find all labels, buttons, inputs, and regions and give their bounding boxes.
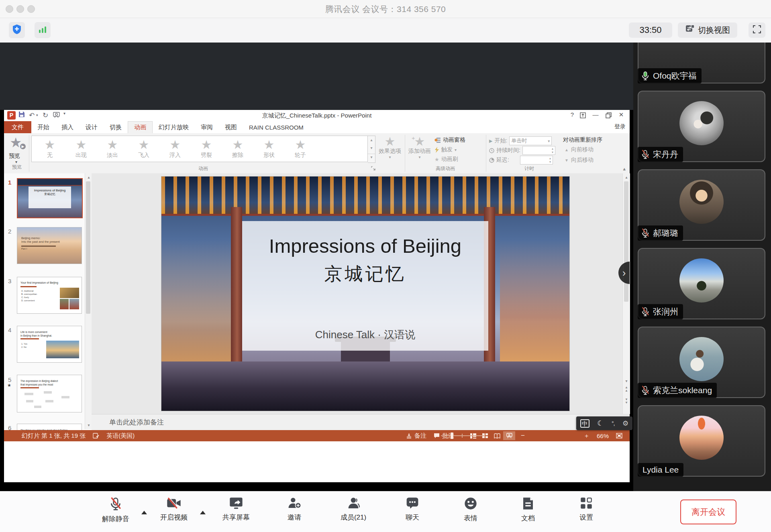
previous-slide-button[interactable]: ▲▲ <box>623 386 630 392</box>
audio-options-arrow[interactable] <box>141 511 147 514</box>
delay-spinner[interactable]: ▴▾ <box>520 156 553 164</box>
ime-mode-chinese[interactable]: 中 <box>580 419 589 428</box>
members-button[interactable]: 成员(21) <box>329 497 377 522</box>
switch-view-button[interactable]: 切换视图 <box>678 22 737 38</box>
animation-pane-button[interactable]: 动画窗格 <box>434 136 465 144</box>
trigger-button[interactable]: 触发 <box>434 146 457 153</box>
thumbnail-slide-2[interactable]: Beijing memo: Into the past and the pres… <box>17 227 82 264</box>
collapse-ribbon-icon[interactable] <box>623 166 626 172</box>
animation-appear[interactable]: 出现 <box>65 139 97 159</box>
fade-star-icon <box>107 139 118 151</box>
effect-options-button[interactable]: 效果选项 <box>377 135 402 165</box>
gallery-more-icon[interactable] <box>368 154 375 160</box>
duration-spinner[interactable]: ▴▾ <box>522 146 555 155</box>
move-later-button[interactable]: 向后移动 <box>565 156 594 164</box>
participant-tile[interactable]: 张润州 <box>638 248 765 319</box>
emoji-button[interactable]: 表情 <box>447 497 495 523</box>
close-icon[interactable] <box>616 111 626 118</box>
tab-animations[interactable]: 动画 <box>128 121 153 133</box>
unmute-button[interactable]: 解除静音 <box>92 497 140 524</box>
next-slide-button[interactable]: ▼▼ <box>623 398 630 404</box>
participant-tile[interactable]: Ofoq欧宇福 <box>638 43 765 83</box>
start-dropdown[interactable]: 单击时 <box>509 136 552 145</box>
settings-button[interactable]: 设置 <box>562 497 610 522</box>
gallery-scroll-up-icon[interactable] <box>368 137 375 143</box>
restore-icon[interactable] <box>603 112 614 120</box>
animation-none[interactable]: 无 <box>34 139 65 159</box>
tab-design[interactable]: 设计 <box>80 121 104 133</box>
help-icon[interactable] <box>567 111 577 118</box>
tab-insert[interactable]: 插入 <box>55 121 80 133</box>
switch-view-icon <box>685 24 695 36</box>
share-screen-icon <box>229 497 243 509</box>
preview-button[interactable]: ★ ▶ 预览 预览 <box>6 135 27 172</box>
thumb-1-number: 1 <box>8 179 11 186</box>
thumbnail-slide-5[interactable]: The expression in Beijing dialect that i… <box>17 375 82 412</box>
slideshow-view-button[interactable] <box>503 431 515 440</box>
tab-review[interactable]: 审阅 <box>195 121 219 133</box>
slide-canvas[interactable]: Impressions of Beijing 京城记忆 Chinese Talk… <box>161 177 569 411</box>
zoom-out-button[interactable] <box>521 432 525 440</box>
invite-button[interactable]: 邀请 <box>270 497 318 522</box>
thumbnail-scrollbar[interactable] <box>85 173 92 429</box>
fullscreen-button[interactable] <box>749 22 765 38</box>
spellcheck-icon[interactable] <box>93 433 99 439</box>
animation-dialog-launcher-icon[interactable] <box>371 165 375 172</box>
tab-view[interactable]: 视图 <box>219 121 243 133</box>
animation-painter-button[interactable]: 动画刷 <box>434 156 458 163</box>
start-video-button[interactable]: 开启视频 <box>150 497 198 522</box>
leave-meeting-button[interactable]: 离开会议 <box>680 500 736 524</box>
ribbon-display-icon[interactable] <box>577 112 588 120</box>
slide-title-english: Impressions of Beijing <box>242 235 488 257</box>
ppt-signin-link[interactable]: 登录 <box>614 123 626 130</box>
meeting-security-button[interactable] <box>9 22 25 38</box>
meeting-control-bar: 解除静音 开启视频 共享屏幕 <box>0 491 771 532</box>
tab-rain-classroom[interactable]: RAIN CLASSROOM <box>243 121 310 133</box>
fit-to-window-icon[interactable] <box>616 433 622 439</box>
add-animation-button[interactable]: ＋ 添加动画 <box>407 135 432 165</box>
notes-pane[interactable]: 单击此处添加备注 <box>92 414 630 430</box>
participant-tile[interactable]: 郝璐璐 <box>638 169 765 241</box>
thumbnail-slide-3[interactable]: Your first impression of Beijing A. trad… <box>17 277 82 314</box>
chat-button[interactable]: 聊天 <box>388 497 436 522</box>
reading-view-button[interactable] <box>491 431 503 440</box>
animation-fade[interactable]: 淡出 <box>97 139 128 159</box>
animation-wheel[interactable]: 轮子 <box>285 139 316 159</box>
thumbnail-slide-1[interactable]: Impressions of Beijing 京城记忆 <box>17 178 83 218</box>
docs-button[interactable]: 文档 <box>504 497 552 523</box>
tab-file[interactable]: 文件 <box>4 121 31 133</box>
participant-tile[interactable]: Lydia Lee <box>638 405 765 477</box>
zoom-slider-track[interactable] <box>441 435 485 436</box>
animation-split[interactable]: 劈裂 <box>191 139 222 159</box>
reorder-label: 对动画重新排序 <box>563 136 602 144</box>
camera-off-icon <box>167 497 181 509</box>
network-quality-button[interactable] <box>35 22 51 38</box>
zoom-in-button[interactable] <box>583 432 589 440</box>
participant-tile[interactable]: 索克兰sokleang <box>638 327 765 398</box>
tab-home[interactable]: 开始 <box>31 121 55 133</box>
gallery-scroll-down-icon[interactable] <box>368 145 375 151</box>
zoom-percentage[interactable]: 66% <box>597 433 609 439</box>
participant-name-bar: 张润州 <box>638 304 683 319</box>
notes-toggle[interactable]: 备注 <box>406 432 426 440</box>
move-earlier-button[interactable]: 向前移动 <box>565 146 594 153</box>
ime-moon-icon[interactable] <box>597 419 604 428</box>
participant-tile[interactable]: 宋丹丹 <box>638 91 765 162</box>
ime-punctuation-icon[interactable] <box>612 420 615 426</box>
thumbnail-slide-4[interactable]: Life is more convenient in Beijing than … <box>17 326 82 363</box>
zoom-slider-thumb[interactable] <box>451 433 453 439</box>
slide-area-scrollbar[interactable]: ▲▲ ▼▼ <box>622 173 630 414</box>
animation-wipe[interactable]: 擦除 <box>222 139 253 159</box>
video-options-arrow[interactable] <box>200 511 206 514</box>
tab-transitions[interactable]: 切换 <box>104 121 128 133</box>
tab-slideshow[interactable]: 幻灯片放映 <box>153 121 195 133</box>
animation-fly-in[interactable]: 飞入 <box>128 139 159 159</box>
animation-float-in[interactable]: 浮入 <box>159 139 191 159</box>
thumbnail-scrollbar-thumb[interactable] <box>86 181 90 314</box>
language-status[interactable]: 英语(美国) <box>106 432 135 440</box>
animation-shape[interactable]: 形状 <box>253 139 285 159</box>
share-screen-button[interactable]: 共享屏幕 <box>212 497 260 522</box>
ime-settings-gear-icon[interactable] <box>622 419 628 428</box>
meeting-timer[interactable]: 33:50 <box>629 22 672 38</box>
minimize-icon[interactable] <box>590 111 601 118</box>
